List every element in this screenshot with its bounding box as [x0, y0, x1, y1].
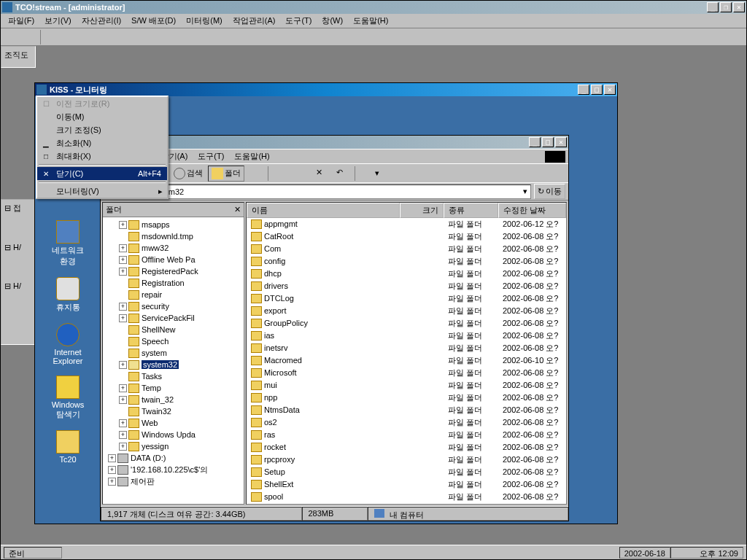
- views-button[interactable]: ▾: [358, 166, 383, 182]
- tree-item[interactable]: +system32: [104, 359, 242, 370]
- expand-icon[interactable]: +: [119, 244, 127, 252]
- list-item[interactable]: ras파일 폴더2002-06-08 오?: [247, 429, 566, 441]
- kiss-titlebar[interactable]: KISS - 모니터링 _ □ ✕: [35, 83, 617, 96]
- menu-item[interactable]: 작업관리(A): [228, 14, 280, 28]
- menu-item[interactable]: □최대화(X): [37, 149, 167, 163]
- tree-item[interactable]: +mww32: [104, 242, 242, 254]
- expand-icon[interactable]: +: [119, 443, 127, 451]
- tree-node[interactable]: ⊟ H/: [4, 243, 32, 252]
- list-item[interactable]: Macromed파일 폴더2002-06-10 오?: [247, 354, 566, 367]
- maximize-button[interactable]: ❐: [720, 2, 732, 12]
- list-item[interactable]: os2파일 폴더2002-06-08 오?: [247, 416, 566, 429]
- list-item[interactable]: CatRoot파일 폴더2002-06-08 오?: [247, 230, 566, 243]
- list-item[interactable]: spool파일 폴더2002-06-08 오?: [247, 491, 566, 503]
- menu-item[interactable]: 도움말(H): [349, 14, 392, 28]
- expand-icon[interactable]: +: [119, 314, 127, 322]
- menu-item[interactable]: 파일(F): [4, 14, 39, 28]
- kiss-minimize-button[interactable]: _: [578, 85, 589, 95]
- tree-item[interactable]: +ServicePackFil: [104, 312, 242, 324]
- list-item[interactable]: NtmsData파일 폴더2002-06-08 오?: [247, 404, 566, 416]
- tree-item[interactable]: Registration: [104, 277, 242, 289]
- history-button[interactable]: [246, 166, 265, 182]
- list-item[interactable]: rpcproxy파일 폴더2002-06-08 오?: [247, 454, 566, 466]
- menu-item[interactable]: 창(W): [317, 14, 347, 28]
- address-bar[interactable]: WINNT\system32 ▾ ↻ 이동: [101, 182, 568, 200]
- tree-item[interactable]: +RegisteredPack: [104, 265, 242, 277]
- list-item[interactable]: mui파일 폴더2002-06-08 오?: [247, 379, 566, 392]
- menu-item[interactable]: 이동(M): [37, 110, 167, 123]
- folder-tree-panel[interactable]: 폴더 ✕ +msappsmsdownld.tmp+mww32+Offline W…: [102, 202, 244, 505]
- tree-item[interactable]: repair: [104, 289, 242, 300]
- close-panel-icon[interactable]: ✕: [234, 205, 241, 214]
- tree-item[interactable]: +Web: [104, 417, 242, 429]
- explorer-titlebar[interactable]: system32 _ □ ✕: [101, 136, 568, 149]
- expand-icon[interactable]: +: [108, 466, 116, 474]
- tree-item[interactable]: system: [104, 347, 242, 359]
- tree-item[interactable]: +security: [104, 300, 242, 312]
- desktop-icon[interactable]: Internet Explorer: [42, 323, 94, 365]
- menu-item-close[interactable]: ✕ 닫기(C) Alt+F4: [37, 167, 167, 180]
- menu-item[interactable]: 자산관리(I): [77, 14, 125, 28]
- expand-icon[interactable]: +: [108, 454, 116, 462]
- tree-item[interactable]: +Windows Upda: [104, 429, 242, 440]
- list-item[interactable]: Com파일 폴더2002-06-08 오?: [247, 243, 566, 255]
- tree-item[interactable]: +'192.168.10.225\c$'의: [104, 464, 242, 475]
- list-item[interactable]: appmgmt파일 폴더2002-06-12 오?: [247, 218, 566, 230]
- tree-item[interactable]: +twain_32: [104, 394, 242, 405]
- expand-icon[interactable]: +: [119, 268, 127, 276]
- tree-item[interactable]: +Offline Web Pa: [104, 254, 242, 265]
- undo-button[interactable]: ↶: [333, 166, 352, 182]
- expand-icon[interactable]: +: [119, 396, 127, 404]
- delete-button[interactable]: ✕: [312, 166, 331, 182]
- menu-item[interactable]: S/W 배포(D): [127, 14, 180, 28]
- desktop-icon[interactable]: Tc20: [42, 430, 94, 464]
- tree-node[interactable]: ⊟ 접: [4, 203, 32, 214]
- menu-item[interactable]: 도구(T): [281, 14, 316, 28]
- toolbar-button[interactable]: [4, 30, 18, 44]
- folders-button[interactable]: 폴더: [208, 166, 244, 182]
- menu-item[interactable]: 미터링(M): [182, 14, 227, 28]
- kiss-maximize-button[interactable]: □: [591, 85, 603, 95]
- go-button[interactable]: ↻ 이동: [534, 184, 565, 199]
- list-item[interactable]: ias파일 폴더2002-06-08 오?: [247, 330, 566, 342]
- expand-icon[interactable]: +: [119, 303, 127, 311]
- toolbar-button[interactable]: [45, 30, 60, 44]
- menu-item[interactable]: 크기 조정(S): [37, 123, 167, 136]
- tree-item[interactable]: Speech: [104, 335, 242, 347]
- app-toolbar[interactable]: [1, 28, 746, 46]
- toolbar-button[interactable]: [21, 30, 36, 44]
- list-header[interactable]: 이름 크기 종류 수정한 날짜: [247, 203, 566, 218]
- explorer-menubar[interactable]: 보기(V)즐겨찾기(A)도구(T)도움말(H): [101, 149, 568, 163]
- list-item[interactable]: rocket파일 폴더2002-06-08 오?: [247, 441, 566, 454]
- column-type[interactable]: 종류: [444, 203, 498, 218]
- list-item[interactable]: npp파일 폴더2002-06-08 오?: [247, 392, 566, 404]
- kiss-close-button[interactable]: ✕: [604, 85, 616, 95]
- left-side-tree[interactable]: ⊟ 접⊟ H/⊟ H/: [1, 199, 36, 345]
- expand-icon[interactable]: +: [119, 361, 127, 369]
- explorer-close-button[interactable]: ✕: [555, 137, 567, 147]
- desktop-icon[interactable]: 네트워크 환경: [42, 220, 94, 267]
- expand-icon[interactable]: +: [108, 478, 116, 486]
- dropdown-icon[interactable]: ▾: [523, 187, 527, 196]
- search-button[interactable]: 검색: [170, 166, 206, 182]
- tree-item[interactable]: +yessign: [104, 440, 242, 452]
- list-item[interactable]: ShellExt파일 폴더2002-06-08 오?: [247, 478, 566, 491]
- tree-item[interactable]: Tasks: [104, 370, 242, 382]
- tree-item[interactable]: +제어판: [104, 475, 242, 487]
- tree-item[interactable]: ShellNew: [104, 324, 242, 335]
- list-item[interactable]: drivers파일 폴더2002-06-08 오?: [247, 280, 566, 292]
- app-titlebar[interactable]: TCO!stream - [administrator] _ ❐ ✕: [1, 1, 746, 14]
- column-size[interactable]: 크기: [400, 203, 444, 218]
- tree-node[interactable]: ⊟ H/: [4, 281, 32, 291]
- app-menubar[interactable]: 파일(F)보기(V)자산관리(I)S/W 배포(D)미터링(M)작업관리(A)도…: [1, 14, 746, 28]
- explorer-toolbar[interactable]: 검색 폴더 ✕ ↶ ▾: [101, 163, 568, 182]
- toolbar-button[interactable]: [63, 30, 77, 44]
- tree-item[interactable]: msdownld.tmp: [104, 230, 242, 242]
- left-side-panel[interactable]: 조직도: [1, 46, 36, 68]
- tree-item[interactable]: Twain32: [104, 405, 242, 417]
- list-item[interactable]: dhcp파일 폴더2002-06-08 오?: [247, 268, 566, 280]
- column-date[interactable]: 수정한 날짜: [498, 203, 566, 218]
- column-name[interactable]: 이름: [247, 203, 400, 218]
- system-menu[interactable]: ☐이전 크기로(R)이동(M)크기 조정(S)▁최소화(N)□최대화(X) ✕ …: [36, 96, 169, 199]
- expand-icon[interactable]: +: [119, 419, 127, 427]
